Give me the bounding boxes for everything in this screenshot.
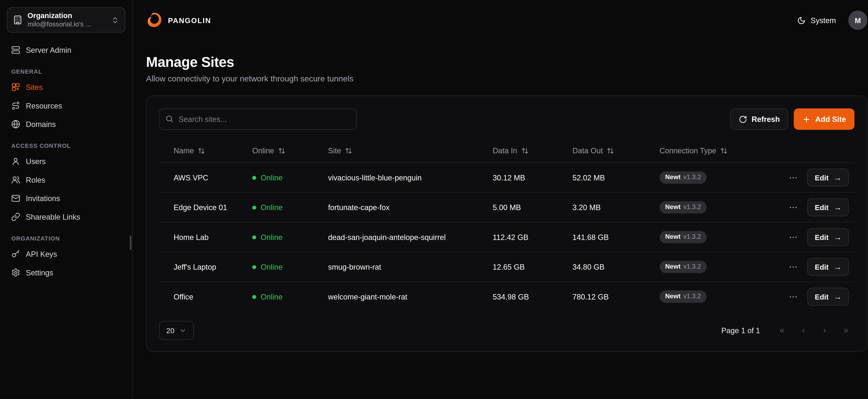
edit-button[interactable]: Edit→ xyxy=(808,288,849,306)
online-label: Online xyxy=(261,233,283,241)
row-menu-button[interactable]: ⋯ xyxy=(787,172,800,184)
sidebar-item-api-keys[interactable]: API Keys xyxy=(7,246,125,263)
page-size-select[interactable]: 20 xyxy=(159,321,194,340)
sidebar-item-label: Settings xyxy=(26,268,53,277)
edit-label: Edit xyxy=(815,203,829,212)
online-label: Online xyxy=(261,173,283,182)
connection-type-badge: Newtv1.3.2 xyxy=(659,231,707,243)
online-dot xyxy=(252,206,256,209)
user-avatar[interactable]: M xyxy=(848,10,867,30)
connection-type-cell: Newtv1.3.2 xyxy=(650,172,785,184)
row-actions: ⋯ Edit→ xyxy=(785,258,849,276)
connection-type-cell: Newtv1.3.2 xyxy=(650,261,785,273)
column-header-data-out[interactable]: Data Out xyxy=(563,146,651,155)
server-icon xyxy=(11,45,20,55)
site-name-cell: Jeff's Laptop xyxy=(164,263,243,271)
row-actions: ⋯ Edit→ xyxy=(785,168,849,187)
sort-icon xyxy=(521,147,528,154)
sidebar-item-sites[interactable]: Sites xyxy=(7,79,125,95)
row-menu-button[interactable]: ⋯ xyxy=(787,261,800,273)
connection-version: v1.3.2 xyxy=(683,174,701,181)
sidebar-item-label: Sites xyxy=(26,83,43,91)
sort-icon xyxy=(720,147,727,154)
table-row: AWS VPC Online vivacious-little-blue-pen… xyxy=(159,162,855,192)
connection-version: v1.3.2 xyxy=(683,293,701,301)
row-menu-button[interactable]: ⋯ xyxy=(787,290,800,303)
sites-card: Refresh Add Site Name Online xyxy=(146,95,867,352)
arrow-right-icon: → xyxy=(834,173,841,182)
sidebar-item-label: Server Admin xyxy=(26,46,71,54)
roles-icon xyxy=(11,175,20,184)
search-box xyxy=(159,109,357,130)
online-dot xyxy=(252,295,256,299)
data-in-cell: 5.00 MB xyxy=(484,203,563,212)
search-input[interactable] xyxy=(159,109,357,130)
gear-icon xyxy=(11,268,20,277)
site-id-cell: vivacious-little-blue-penguin xyxy=(319,173,484,182)
top-bar-right: System M xyxy=(797,10,867,30)
online-dot xyxy=(252,235,256,239)
row-menu-button[interactable]: ⋯ xyxy=(787,231,800,243)
sidebar-item-server-admin[interactable]: Server Admin xyxy=(7,41,125,58)
connection-type-badge: Newtv1.3.2 xyxy=(659,172,707,184)
refresh-label: Refresh xyxy=(752,115,780,123)
sidebar-item-roles[interactable]: Roles xyxy=(7,172,125,188)
main-content: PANGOLIN System M Manage Sites Allow con… xyxy=(133,0,868,399)
sidebar-item-invitations[interactable]: Invitations xyxy=(7,190,125,207)
sidebar-item-label: Roles xyxy=(26,176,45,184)
brand-link[interactable]: PANGOLIN xyxy=(146,12,211,29)
org-selector[interactable]: Organization milo@fossorial.io's ... xyxy=(7,7,125,33)
row-menu-button[interactable]: ⋯ xyxy=(787,201,800,213)
last-page-button[interactable]: » xyxy=(838,322,855,339)
row-actions: ⋯ Edit→ xyxy=(785,228,849,246)
edit-button[interactable]: Edit→ xyxy=(808,198,849,216)
sidebar-nav: Server Admin GENERAL Sites Resources Dom… xyxy=(7,41,125,281)
edit-button[interactable]: Edit→ xyxy=(808,258,849,276)
sidebar-item-resources[interactable]: Resources xyxy=(7,97,125,114)
add-site-button[interactable]: Add Site xyxy=(794,109,855,130)
prev-page-button[interactable]: ‹ xyxy=(795,322,812,339)
refresh-icon xyxy=(739,115,747,123)
table-header-row: Name Online Site Data In xyxy=(159,139,855,162)
arrow-right-icon: → xyxy=(834,292,841,301)
table-row: Home Lab Online dead-san-joaquin-antelop… xyxy=(159,222,855,252)
connection-client: Newt xyxy=(665,293,681,301)
sidebar-item-shareable-links[interactable]: Shareable Links xyxy=(7,209,125,225)
sidebar-item-settings[interactable]: Settings xyxy=(7,264,125,281)
edit-label: Edit xyxy=(815,173,829,182)
sort-icon xyxy=(345,147,352,154)
connection-version: v1.3.2 xyxy=(683,204,701,211)
row-actions: ⋯ Edit→ xyxy=(785,198,849,216)
column-header-data-in[interactable]: Data In xyxy=(484,146,563,155)
site-name-cell: Edge Device 01 xyxy=(164,203,243,212)
building-icon xyxy=(13,15,22,25)
column-header-site[interactable]: Site xyxy=(319,146,484,155)
search-icon xyxy=(165,115,174,123)
connection-client: Newt xyxy=(665,174,681,181)
sidebar-scrollbar-thumb[interactable] xyxy=(130,236,132,250)
theme-toggle-button[interactable]: System xyxy=(797,16,836,25)
sites-table: Name Online Site Data In xyxy=(159,139,855,311)
site-id-cell: smug-brown-rat xyxy=(319,263,484,271)
next-page-button[interactable]: › xyxy=(816,322,833,339)
sidebar-item-domains[interactable]: Domains xyxy=(7,116,125,133)
column-header-online[interactable]: Online xyxy=(243,146,319,155)
refresh-button[interactable]: Refresh xyxy=(730,109,788,130)
org-selector-text: Organization milo@fossorial.io's ... xyxy=(28,10,106,29)
key-icon xyxy=(11,249,20,258)
edit-button[interactable]: Edit→ xyxy=(808,228,849,246)
sidebar-item-users[interactable]: Users xyxy=(7,153,125,170)
add-site-label: Add Site xyxy=(815,115,846,123)
connection-client: Newt xyxy=(665,263,681,271)
data-in-cell: 534.98 GB xyxy=(484,293,563,301)
sidebar-item-label: API Keys xyxy=(26,250,57,258)
column-header-connection-type[interactable]: Connection Type xyxy=(650,146,785,155)
column-label: Name xyxy=(174,146,194,155)
edit-button[interactable]: Edit→ xyxy=(808,168,849,187)
first-page-button[interactable]: « xyxy=(774,322,790,339)
data-out-cell: 3.20 MB xyxy=(563,203,651,212)
edit-label: Edit xyxy=(815,293,829,301)
app-root: Organization milo@fossorial.io's ... Ser… xyxy=(0,0,868,399)
column-header-name[interactable]: Name xyxy=(164,146,243,155)
online-cell: Online xyxy=(243,173,319,182)
